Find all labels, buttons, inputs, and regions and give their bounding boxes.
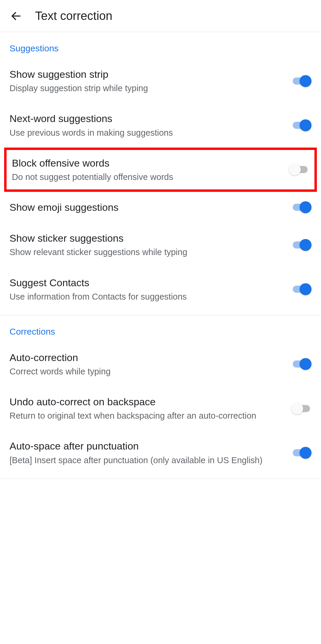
setting-show-emoji-suggestions[interactable]: Show emoji suggestions [0,192,321,223]
setting-title: Auto-correction [10,351,282,364]
setting-title: Undo auto-correct on backspace [10,395,282,408]
setting-subtitle: Display suggestion strip while typing [10,83,282,94]
setting-text: Undo auto-correct on backspace Return to… [10,395,291,422]
setting-title: Block offensive words [12,156,280,170]
setting-show-suggestion-strip[interactable]: Show suggestion strip Display suggestion… [0,59,321,103]
setting-text: Next-word suggestions Use previous words… [10,112,291,138]
setting-undo-auto-correct-backspace[interactable]: Undo auto-correct on backspace Return to… [0,386,321,431]
setting-next-word-suggestions[interactable]: Next-word suggestions Use previous words… [0,103,321,147]
toggle-thumb [300,358,311,370]
back-button[interactable] [9,9,23,23]
setting-text: Suggest Contacts Use information from Co… [10,276,291,303]
toggle-thumb [300,447,311,459]
setting-title: Show sticker suggestions [10,232,282,245]
setting-subtitle: Return to original text when backspacing… [10,410,282,422]
corrections-section: Corrections Auto-correction Correct word… [0,315,321,479]
toggle-thumb [289,164,301,175]
arrow-left-icon [10,10,22,22]
toggle-thumb [300,75,311,87]
toggle-show-suggestion-strip[interactable] [291,75,311,87]
setting-suggest-contacts[interactable]: Suggest Contacts Use information from Co… [0,267,321,311]
toggle-auto-space-after-punctuation[interactable] [291,447,311,459]
setting-block-offensive-words-highlighted[interactable]: Block offensive words Do not suggest pot… [4,148,317,192]
setting-text: Show sticker suggestions Show relevant s… [10,232,291,258]
toggle-next-word-suggestions[interactable] [291,119,311,131]
section-header-corrections: Corrections [0,315,321,342]
setting-title: Suggest Contacts [10,276,282,289]
setting-title: Auto-space after punctuation [10,439,282,452]
setting-subtitle: Do not suggest potentially offensive wor… [12,171,280,183]
setting-text: Show emoji suggestions [10,201,291,214]
toggle-suggest-contacts[interactable] [291,283,311,295]
setting-subtitle: Correct words while typing [10,366,282,377]
toggle-auto-correction[interactable] [291,358,311,370]
setting-title: Show emoji suggestions [10,201,282,214]
toggle-thumb [300,201,311,213]
setting-subtitle: Use information from Contacts for sugges… [10,291,282,303]
suggestions-section: Suggestions Show suggestion strip Displa… [0,32,321,315]
toggle-thumb [300,283,311,295]
toggle-thumb [300,119,311,131]
toggle-show-sticker-suggestions[interactable] [291,239,311,251]
setting-text: Show suggestion strip Display suggestion… [10,68,291,94]
setting-auto-space-after-punctuation[interactable]: Auto-space after punctuation [Beta] Inse… [0,431,321,475]
setting-subtitle: [Beta] Insert space after punctuation (o… [10,455,282,466]
header: Text correction [0,0,321,32]
setting-text: Block offensive words Do not suggest pot… [12,156,289,183]
toggle-block-offensive-words[interactable] [289,164,309,175]
setting-text: Auto-space after punctuation [Beta] Inse… [10,439,291,466]
toggle-thumb [300,239,311,251]
setting-subtitle: Use previous words in making suggestions [10,127,282,139]
setting-title: Show suggestion strip [10,68,282,81]
toggle-show-emoji-suggestions[interactable] [291,201,311,213]
setting-auto-correction[interactable]: Auto-correction Correct words while typi… [0,342,321,386]
toggle-undo-auto-correct-backspace[interactable] [291,403,311,414]
section-header-suggestions: Suggestions [0,32,321,59]
setting-show-sticker-suggestions[interactable]: Show sticker suggestions Show relevant s… [0,223,321,267]
toggle-thumb [291,403,303,414]
page-title: Text correction [35,9,112,23]
setting-title: Next-word suggestions [10,112,282,125]
setting-text: Auto-correction Correct words while typi… [10,351,291,377]
setting-subtitle: Show relevant sticker suggestions while … [10,246,282,258]
